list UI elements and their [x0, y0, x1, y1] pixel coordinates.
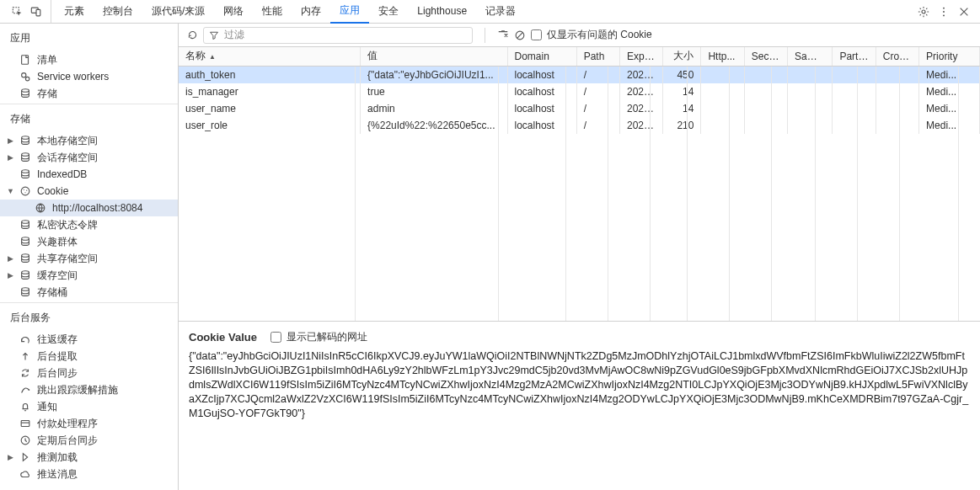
tab-网络[interactable]: 网络 — [214, 0, 253, 23]
sidebar-item-兴趣群体[interactable]: 兴趣群体 — [0, 233, 178, 250]
db-icon — [19, 286, 31, 298]
col-Http...[interactable]: Http... — [701, 47, 744, 66]
sidebar-item-label: 私密状态令牌 — [37, 218, 98, 232]
clear-all-icon[interactable] — [514, 29, 526, 41]
decode-row[interactable]: 显示已解码的网址 — [270, 330, 367, 344]
sidebar-item-后台同步[interactable]: 后台同步 — [0, 365, 178, 381]
db-icon — [19, 269, 31, 281]
col-Expir...[interactable]: Expir... — [619, 47, 662, 66]
sidebar-item-私密状态令牌[interactable]: 私密状态令牌 — [0, 216, 178, 233]
sidebar-item-缓存空间[interactable]: ▶缓存空间 — [0, 267, 178, 284]
col-Partit...[interactable]: Partit... — [833, 47, 876, 66]
bounce-icon — [19, 384, 31, 396]
only-issues-checkbox[interactable] — [531, 29, 542, 40]
sidebar-item-IndexedDB[interactable]: IndexedDB — [0, 166, 178, 183]
table-row[interactable]: user_role{%22uId%22:%22650e5cc...localho… — [179, 117, 980, 134]
cell: 2024... — [619, 117, 662, 134]
device-toggle-icon[interactable] — [30, 6, 42, 18]
sidebar-item-Cookie[interactable]: ▼Cookie — [0, 183, 178, 200]
sidebar-item-清单[interactable]: 清单 — [0, 51, 178, 68]
col-名称[interactable]: 名称▲ — [179, 47, 361, 66]
only-issues-row[interactable]: 仅显示有问题的 Cookie — [531, 28, 652, 42]
col-值[interactable]: 值 — [361, 47, 507, 66]
cookies-table[interactable]: 名称▲值DomainPathExpir...大小Http...SecureSam… — [179, 47, 980, 322]
col-Secure[interactable]: Secure — [744, 47, 787, 66]
sidebar-item-共享存储空间[interactable]: ▶共享存储空间 — [0, 250, 178, 267]
tab-内存[interactable]: 内存 — [292, 0, 330, 23]
file-icon — [19, 54, 31, 66]
up-icon — [19, 350, 31, 362]
sidebar-item-后台提取[interactable]: 后台提取 — [0, 348, 178, 365]
table-row[interactable]: auth_token{"data":"eyJhbGciOiJIUzI1...lo… — [179, 67, 980, 83]
tab-安全[interactable]: 安全 — [369, 0, 408, 23]
tab-应用[interactable]: 应用 — [330, 0, 369, 24]
sync-icon — [19, 367, 31, 379]
decode-checkbox[interactable] — [270, 332, 281, 343]
close-icon[interactable] — [958, 6, 970, 18]
cell — [701, 83, 744, 100]
sidebar-item-本地存储空间[interactable]: ▶本地存储空间 — [0, 132, 178, 149]
sidebar-item-存储桶[interactable]: 存储桶 — [0, 284, 178, 301]
col-Cross...[interactable]: Cross... — [876, 47, 918, 66]
cell: 450 — [663, 67, 701, 83]
table-row[interactable]: is_managertruelocalhost/2024...14Medi... — [179, 83, 980, 100]
col-Same...[interactable]: Same... — [788, 47, 833, 66]
cell: Medi... — [919, 117, 980, 134]
sidebar-item-label: Cookie — [37, 185, 68, 197]
cell: {"data":"eyJhbGciOiJIUzI1... — [361, 67, 507, 83]
tab-控制台[interactable]: 控制台 — [94, 0, 142, 23]
sidebar-item-label: 后台同步 — [37, 366, 78, 381]
kebab-icon[interactable] — [938, 6, 950, 18]
clear-filter-icon[interactable] — [497, 29, 509, 41]
col-Path[interactable]: Path — [576, 47, 619, 66]
gear-icon[interactable] — [918, 6, 929, 18]
svg-point-11 — [22, 136, 29, 140]
table-row[interactable]: user_nameadminlocalhost/2024...14Medi... — [179, 100, 980, 117]
sidebar[interactable]: 应用清单Service workers存储存储▶本地存储空间▶会话存储空间Ind… — [0, 24, 179, 490]
cell — [876, 100, 918, 117]
sidebar-item-http://localhost:8084[interactable]: http://localhost:8084 — [0, 200, 178, 216]
tab-性能[interactable]: 性能 — [253, 0, 292, 23]
cell — [744, 83, 787, 100]
sidebar-item-label: 存储桶 — [37, 285, 67, 300]
sidebar-item-跳出跟踪缓解措施[interactable]: 跳出跟踪缓解措施 — [0, 381, 178, 398]
col-Priority[interactable]: Priority — [919, 47, 980, 66]
svg-point-9 — [25, 77, 29, 80]
cell — [744, 67, 787, 83]
svg-point-23 — [22, 288, 29, 291]
tab-元素[interactable]: 元素 — [55, 0, 94, 23]
chevron-right-icon: ▶ — [7, 254, 13, 263]
reload-icon[interactable] — [187, 29, 198, 40]
tab-源代码/来源[interactable]: 源代码/来源 — [142, 0, 214, 23]
sidebar-item-付款处理程序[interactable]: 付款处理程序 — [0, 415, 178, 432]
tab-Lighthouse[interactable]: Lighthouse — [408, 0, 476, 23]
db-icon — [19, 152, 31, 163]
db-icon — [19, 168, 31, 180]
sidebar-item-定期后台同步[interactable]: 定期后台同步 — [0, 432, 178, 449]
cache-icon — [19, 333, 31, 345]
sidebar-item-Service workers[interactable]: Service workers — [0, 68, 178, 85]
cell: / — [576, 67, 619, 83]
filter-input-wrap[interactable]: 过滤 — [203, 27, 473, 44]
sidebar-item-通知[interactable]: 通知 — [0, 398, 178, 415]
devtools-tabbar: 元素控制台源代码/来源网络性能内存应用安全Lighthouse记录器 — [0, 0, 980, 24]
svg-point-16 — [26, 190, 27, 191]
col-大小[interactable]: 大小 — [663, 47, 701, 66]
inspect-icon[interactable] — [12, 6, 24, 18]
detail-value[interactable]: {"data":"eyJhbGciOiJIUzI1NiIsInR5cCI6Ikp… — [189, 349, 970, 420]
sidebar-item-label: 会话存储空间 — [37, 151, 98, 165]
sidebar-item-往返缓存[interactable]: 往返缓存 — [0, 331, 178, 348]
main-pane: 过滤 仅显示有问题的 Cookie 名称▲值DomainPathExpir...… — [179, 24, 980, 490]
filter-input[interactable]: 过滤 — [224, 28, 244, 42]
sidebar-item-推送消息[interactable]: 推送消息 — [0, 466, 178, 482]
cell — [788, 67, 833, 83]
tab-记录器[interactable]: 记录器 — [476, 0, 525, 23]
sidebar-item-存储[interactable]: 存储 — [0, 85, 178, 102]
sidebar-section-存储: 存储 — [0, 106, 178, 132]
cell — [833, 83, 876, 100]
cell — [788, 83, 833, 100]
sidebar-item-推测加载[interactable]: ▶推测加载 — [0, 449, 178, 466]
sidebar-item-label: http://localhost:8084 — [52, 202, 142, 214]
col-Domain[interactable]: Domain — [507, 47, 576, 66]
sidebar-item-会话存储空间[interactable]: ▶会话存储空间 — [0, 149, 178, 166]
